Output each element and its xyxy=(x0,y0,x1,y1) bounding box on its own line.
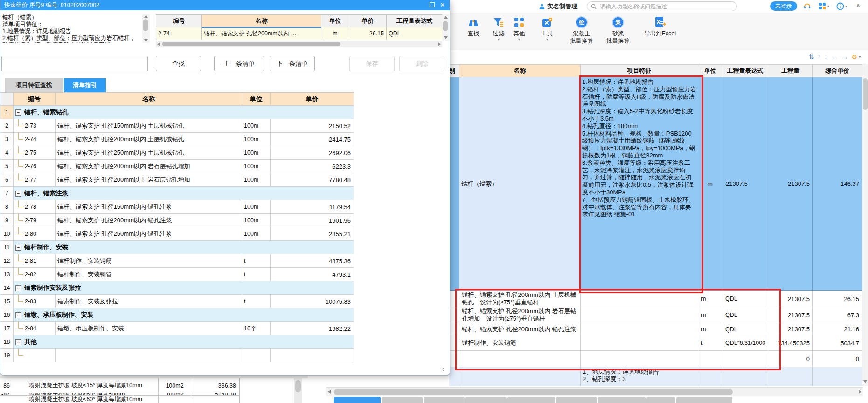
price-cell[interactable] xyxy=(271,349,354,362)
rownum-cell[interactable]: 9 xyxy=(0,214,14,227)
name-cell[interactable]: 锚杆、锚索支护 孔径250mm以内 锚孔注浆 xyxy=(56,227,242,241)
name-cell[interactable]: 锚索制作、安装及张拉 xyxy=(56,295,242,308)
quota-unit-cell[interactable]: m xyxy=(698,323,722,335)
collapse-minus-icon[interactable]: − xyxy=(15,109,21,116)
quota-qty-cell[interactable]: 134.450325 xyxy=(768,335,813,351)
feature-scrollbar[interactable] xyxy=(142,14,150,43)
tab-feature-search[interactable]: 项目特征查找 xyxy=(5,78,63,92)
collapse-minus-icon[interactable]: − xyxy=(15,312,21,318)
scroll-left-icon[interactable] xyxy=(157,42,160,46)
collapse-minus-icon[interactable]: − xyxy=(15,191,21,197)
rownum-cell[interactable]: 1 xyxy=(0,106,14,119)
col-header-code[interactable]: 编号 xyxy=(156,15,202,27)
info-caret-icon[interactable]: ▾ xyxy=(845,4,847,8)
quota-feature-cell[interactable] xyxy=(581,307,698,323)
sheet-tab[interactable] xyxy=(507,397,555,403)
right-table-vertical-scrollbar[interactable] xyxy=(862,64,868,386)
col-header-unit[interactable]: 单位 xyxy=(698,65,722,77)
unit-cell[interactable]: 100m xyxy=(242,214,271,227)
table-row[interactable]: 6 −锚杆、锚索支护 孔径200mm以上 岩石层钻孔增加 2-77 锚杆、锚索支… xyxy=(0,173,354,187)
quota-qty-cell[interactable]: 0 xyxy=(768,351,813,367)
price-cell[interactable]: 2414.75 xyxy=(271,133,354,146)
search-input[interactable] xyxy=(1,56,148,71)
sheet-tab[interactable] xyxy=(676,397,732,403)
rownum-cell[interactable]: 19 xyxy=(0,349,14,362)
table-row[interactable]: 17 −锚墩、承压板制作、安装 2-84 锚墩、承压板制作、安装 10个 198… xyxy=(0,322,354,335)
quota-name-cell[interactable]: 锚杆、锚索支护 孔径200mm以内 锚孔注浆 xyxy=(459,323,581,335)
unit-cell[interactable]: 100m xyxy=(242,200,271,214)
login-button[interactable]: 未登录 xyxy=(770,1,797,11)
code-cell[interactable]: 2-81 xyxy=(14,254,56,268)
price-cell[interactable]: 2150.52 xyxy=(271,119,354,133)
scroll-right-icon[interactable] xyxy=(859,390,861,394)
col-header-name[interactable]: 名称 xyxy=(202,15,321,27)
table-row[interactable]: 7 −锚杆、锚索注浆 锚杆、锚索注浆 xyxy=(0,187,354,200)
bill-feature-preview[interactable]: 锚杆（锚索） 清单项目特征： 1.地层情况：详见地勘报告 2.锚杆（索）类型、部… xyxy=(1,14,150,43)
realname-management[interactable]: 实名制管理 xyxy=(539,2,577,11)
group-name-cell[interactable]: −锚墩、承压板制作、安装 xyxy=(14,308,354,322)
bill-name-cell[interactable] xyxy=(459,367,581,386)
sort-icon[interactable]: ⇅ xyxy=(808,52,814,61)
code-cell[interactable] xyxy=(14,349,56,362)
sheet-tab[interactable] xyxy=(334,397,381,403)
price-cell[interactable]: 26.15 xyxy=(349,27,387,40)
quota-row[interactable]: 锚杆、锚索支护 孔径200mm以内 岩石层钻孔增加 设计为(≥75°)垂直锚杆 … xyxy=(449,307,862,323)
export-excel-button[interactable]: 导出到Excel xyxy=(638,15,682,37)
quota-name-cell[interactable]: 锚杆、锚索支护 孔径200mm以内 岩石层钻孔增加 设计为(≥75°)垂直锚杆 xyxy=(459,307,581,323)
scroll-down-icon[interactable] xyxy=(444,36,448,39)
tab-list-guide[interactable]: 清单指引 xyxy=(64,78,106,92)
unit-cell[interactable]: t xyxy=(242,268,271,281)
apps-menu-icon[interactable] xyxy=(818,1,827,11)
group-name-cell[interactable]: −锚杆制作、安装 xyxy=(14,241,354,254)
collapse-minus-icon[interactable]: − xyxy=(15,339,21,345)
scrollbar-thumb[interactable] xyxy=(863,78,868,110)
quota-name-cell[interactable]: 锚杆、锚索支护 孔径200mm以内 土层机械钻孔 设计为(≥75°)垂直锚杆 xyxy=(459,291,581,307)
move-up-icon[interactable]: ↑ xyxy=(818,52,821,61)
unit-cell[interactable]: m xyxy=(321,27,349,40)
name-cell[interactable]: 喷射混凝土护坡 坡度<15° 厚度每增减10mm xyxy=(27,378,159,393)
sheet-tab[interactable] xyxy=(598,397,646,403)
rownum-cell[interactable]: 5 xyxy=(0,160,14,173)
mortar-batch-convert-button[interactable]: 浆 砂浆 批量换算 xyxy=(603,15,633,45)
col-header-name[interactable]: 名称 xyxy=(56,93,242,106)
quota-feature-cell[interactable] xyxy=(581,335,698,351)
table-row[interactable]: 喷射混凝土护坡 坡度<60° 厚度每增减10mm xyxy=(0,396,240,403)
name-cell[interactable]: 喷射混凝土护坡 坡度<60° 厚度每增减10mm xyxy=(27,396,159,403)
group-name-cell[interactable]: −锚索制作安装及张拉 xyxy=(14,281,354,295)
quota-feature-cell[interactable] xyxy=(581,351,698,367)
quota-feature-cell[interactable] xyxy=(581,323,698,335)
filter-button[interactable]: 过滤 ▾ xyxy=(488,15,509,42)
bill-price-cell[interactable] xyxy=(813,367,862,386)
name-cell[interactable]: 锚杆、锚索支护 孔径200mm以内 土层机械钻孔 xyxy=(56,133,242,146)
price-cell[interactable]: 6223.3 xyxy=(271,160,354,173)
rownum-cell[interactable]: 12 xyxy=(0,254,14,268)
resize-grip[interactable] xyxy=(439,367,445,371)
quota-name-cell[interactable] xyxy=(459,351,581,367)
quota-price-cell[interactable]: 67.3 xyxy=(813,307,862,323)
sheet-tab[interactable] xyxy=(424,397,465,403)
group-name-cell[interactable]: −锚杆、锚索注浆 xyxy=(14,187,354,200)
delete-button[interactable]: 删除 xyxy=(399,56,444,71)
price-cell[interactable]: 4793.1 xyxy=(271,268,354,281)
dialog-title-bar[interactable]: 快速组价 序号9 编号: 010202007002 ✕ xyxy=(0,0,450,10)
col-header-price[interactable]: 单价 xyxy=(271,93,354,106)
quota-row[interactable]: 锚杆、锚索支护 孔径200mm以内 土层机械钻孔 设计为(≥75°)垂直锚杆 m… xyxy=(449,291,862,307)
col-header-unit[interactable]: 单位 xyxy=(242,93,271,106)
col-header-partial[interactable]: 别 xyxy=(449,65,459,77)
quota-unit-cell[interactable]: t xyxy=(698,335,722,351)
price-cell[interactable]: 2855.21 xyxy=(271,227,354,241)
name-cell[interactable]: 锚杆、锚索支护 孔径200mm以内 锚孔注浆 xyxy=(56,214,242,227)
quota-price-cell[interactable]: 0 xyxy=(813,351,862,367)
rownum-cell[interactable]: 4 xyxy=(0,146,14,160)
col-header-expr[interactable]: 工程量表达式 xyxy=(387,15,443,27)
rownum-cell[interactable]: 11 xyxy=(0,241,14,254)
right-table-horizontal-scrollbar[interactable] xyxy=(326,387,863,396)
quota-unit-cell[interactable]: m xyxy=(698,291,722,307)
find-button[interactable]: 查找 xyxy=(462,15,485,37)
quota-row[interactable]: 锚杆、锚索支护 孔径200mm以内 锚孔注浆 m QDL 21307.5 21.… xyxy=(449,323,862,335)
table-row[interactable]: 11 −锚杆制作、安装 锚杆制作、安装 xyxy=(0,241,354,254)
table-row[interactable]: 9 −锚杆、锚索支护 孔径200mm以内 锚孔注浆 2-79 锚杆、锚索支护 孔… xyxy=(0,214,354,227)
bill-expr-cell[interactable] xyxy=(722,367,768,386)
move-down-icon[interactable]: ↓ xyxy=(824,52,828,61)
name-cell[interactable]: 锚杆制作、安装钢管 xyxy=(56,268,242,281)
